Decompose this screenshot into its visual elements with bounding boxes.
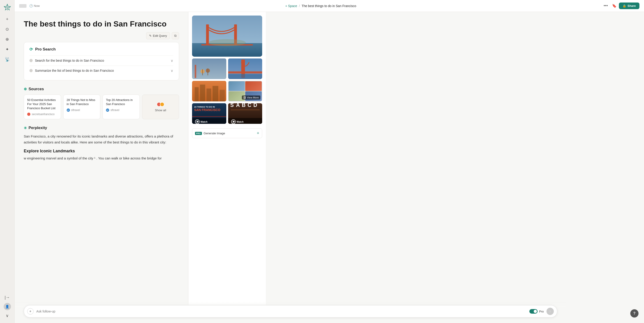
source-3-footer: SF sftravel xyxy=(106,108,136,112)
svg-rect-15 xyxy=(228,74,262,79)
more-options-button[interactable]: ••• xyxy=(602,2,610,9)
page-title: The best things to do in San Francisco xyxy=(24,19,179,28)
perplexity-section: ✳ Perplexity San Francisco, a city renow… xyxy=(24,126,179,161)
source-card-2[interactable]: 28 Things Not to Miss in San Francisco S… xyxy=(63,94,100,120)
source-card-3[interactable]: Top 20 Attractions in San Francisco SF s… xyxy=(102,94,140,120)
send-button[interactable]: ↑ xyxy=(546,308,554,315)
svg-rect-20 xyxy=(212,86,218,102)
images-grid: 🖼 View More xyxy=(192,16,262,138)
svg-rect-7 xyxy=(195,65,196,78)
perplexity-body: San Francisco, a city renowned for its i… xyxy=(24,134,179,145)
source-2-footer: SF sftravel xyxy=(67,108,97,112)
edit-query-button[interactable]: ✎ Edit Query xyxy=(146,32,170,39)
pro-search-icon: ⟳ xyxy=(30,47,33,52)
image-city-orange[interactable] xyxy=(192,81,226,102)
chevron-down-icon: ∨ xyxy=(6,313,9,318)
space-link[interactable]: + Space xyxy=(285,4,297,8)
expand-icon: |→ xyxy=(4,295,10,300)
wifi-icon: 📡 xyxy=(5,57,10,62)
bookmark-button[interactable]: 🔖 xyxy=(612,4,616,8)
copy-button[interactable]: ⧉ xyxy=(172,32,179,39)
sources-grid: 50 Essential Activities For Your 2025 Sa… xyxy=(24,94,179,120)
svg-text:Watch: Watch xyxy=(200,120,208,123)
svg-rect-21 xyxy=(220,90,225,102)
pro-toggle-pill[interactable] xyxy=(529,309,538,314)
step-2-left: Summarize the list of best things to do … xyxy=(30,69,114,72)
follow-up-input[interactable] xyxy=(36,310,526,313)
source-card-1[interactable]: 50 Essential Activities For Your 2025 Sa… xyxy=(24,94,61,120)
topbar-time: 🕐 Now xyxy=(29,4,40,8)
chevron-down-button[interactable]: ∨ xyxy=(3,311,12,320)
generate-image-label: Generate Image xyxy=(204,132,225,135)
step-1-dot xyxy=(30,59,33,62)
image-people-bridge[interactable] xyxy=(192,58,226,79)
chevron-down-icon-2: ∨ xyxy=(170,68,173,73)
show-all-label: Show all xyxy=(155,108,166,112)
breadcrumb-sep: / xyxy=(299,4,300,8)
svg-rect-25 xyxy=(192,116,226,117)
svg-text:A: A xyxy=(236,103,240,108)
edit-query-label: Edit Query xyxy=(153,34,167,38)
search-button[interactable]: ⊙ xyxy=(3,25,12,34)
edit-icon: ✎ xyxy=(149,34,152,38)
app-logo[interactable] xyxy=(3,3,12,12)
time-label: Now xyxy=(34,4,40,8)
show-all-button[interactable]: Show all xyxy=(142,94,179,120)
user-avatar[interactable]: 👤 xyxy=(4,303,11,310)
content-area: The best things to do in San Francisco ✎… xyxy=(14,12,644,323)
source-avatars xyxy=(157,102,164,107)
expand-button[interactable]: |→ xyxy=(3,293,12,302)
source-3-domain: sftravel xyxy=(110,108,120,112)
share-label: Share xyxy=(628,4,636,8)
svg-rect-6 xyxy=(192,58,226,79)
sidebar: + ⊙ ⊕ ✦ 📡 |→ 👤 ∨ xyxy=(0,0,14,323)
more-icon: ••• xyxy=(604,4,608,8)
left-panel: The best things to do in San Francisco ✎… xyxy=(14,12,188,323)
view-more-label: View More xyxy=(247,96,259,99)
step-row-1[interactable]: Search for the best things to do in San … xyxy=(30,56,173,66)
image-grid-collage[interactable]: 🖼 View More xyxy=(228,81,262,102)
step-row-2[interactable]: Summarize the list of best things to do … xyxy=(30,66,173,76)
new-button[interactable]: + xyxy=(3,14,12,24)
source-2-domain: sftravel xyxy=(71,108,80,112)
source-3-title: Top 20 Attractions in San Francisco xyxy=(106,98,136,106)
breadcrumb: + Space / The best things to do in San F… xyxy=(42,4,599,8)
share-button[interactable]: 🔒 Share xyxy=(619,2,640,9)
perplexity-body2: w engineering marvel and a symbol of the… xyxy=(24,155,179,161)
subheading: Explore Iconic Landmarks xyxy=(24,149,179,154)
topbar-actions: ••• 🔖 🔒 Share xyxy=(602,2,640,9)
chevron-down-icon-1: ∨ xyxy=(170,58,173,63)
pro-search-card: ⟳ Pro Search Search for the best things … xyxy=(24,42,179,80)
svg-rect-17 xyxy=(195,87,199,102)
star-button[interactable]: ✦ xyxy=(3,45,12,54)
wifi-button[interactable]: 📡 xyxy=(3,55,12,64)
search-icon: ⊙ xyxy=(6,27,9,32)
watch-card-2[interactable]: S A B C D Watch xyxy=(228,103,262,124)
svg-rect-18 xyxy=(200,84,205,102)
medium-images-row: 🖼 View More xyxy=(192,81,262,102)
globe-button[interactable]: ⊕ xyxy=(3,35,12,44)
generate-image-row[interactable]: PRO Generate Image + xyxy=(192,128,262,138)
sources-section: ⊕ Sources 50 Essential Activities For Yo… xyxy=(24,87,179,120)
svg-text:SAN FRANCISCO: SAN FRANCISCO xyxy=(194,108,220,112)
source-3-icon: SF xyxy=(106,108,109,112)
watch-card-1[interactable]: 24 THINGS TO DO IN SAN FRANCISCO Watch xyxy=(192,103,226,124)
step-2-dot xyxy=(30,69,33,72)
follow-up-plus-button[interactable]: + xyxy=(27,308,34,314)
source-1-title: 50 Essential Activities For Your 2025 Sa… xyxy=(27,98,58,110)
clock-icon: 🕐 xyxy=(29,4,33,8)
source-1-domain: secretsanfrancisco xyxy=(32,112,54,116)
help-icon: ? xyxy=(633,311,636,316)
hero-image[interactable] xyxy=(192,16,262,57)
star-icon: ✦ xyxy=(6,47,9,52)
svg-rect-36 xyxy=(231,110,260,110)
step-1-left: Search for the best things to do in San … xyxy=(30,59,104,62)
view-more-overlay[interactable]: 🖼 View More xyxy=(242,96,260,100)
help-button[interactable]: ? xyxy=(630,309,638,318)
toggle-knob xyxy=(534,310,537,313)
plus-circle-icon: + xyxy=(29,309,31,314)
image-bridge-close[interactable] xyxy=(228,58,262,79)
image-icon: 🖼 xyxy=(244,96,246,99)
watch-row: 24 THINGS TO DO IN SAN FRANCISCO Watch xyxy=(192,103,262,124)
svg-rect-19 xyxy=(206,89,211,102)
